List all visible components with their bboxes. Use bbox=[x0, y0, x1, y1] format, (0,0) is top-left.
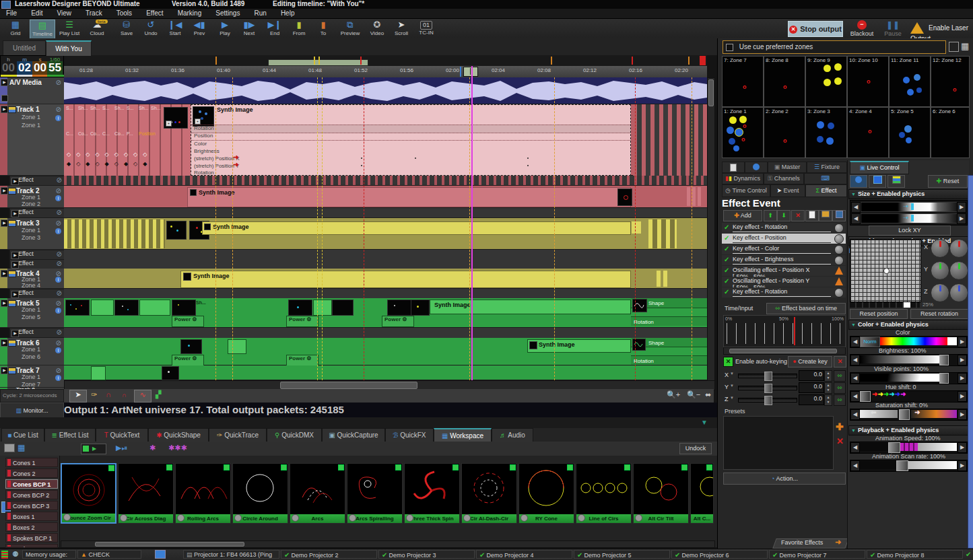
x-slider[interactable] bbox=[738, 374, 797, 378]
size-x-right-arrow[interactable]: ▶ bbox=[957, 202, 966, 213]
track2-content[interactable]: Synth Image bbox=[64, 186, 707, 208]
open-file-button[interactable] bbox=[819, 210, 832, 221]
effect-strip[interactable] bbox=[64, 208, 707, 218]
time-scale-scrollbar[interactable] bbox=[723, 347, 846, 355]
tab-with-you[interactable]: With You bbox=[46, 40, 92, 56]
play-cue-button[interactable]: ▶ bbox=[81, 444, 106, 454]
synth-image-clip[interactable]: Synth Image bbox=[180, 271, 631, 288]
brightness-slider[interactable]: ◀ ▶ bbox=[850, 354, 968, 366]
position-pad[interactable] bbox=[850, 239, 921, 302]
workspace-h-scrollbar[interactable] bbox=[61, 540, 715, 548]
tab-quickfx[interactable]: ℬ QuickFX bbox=[385, 428, 434, 442]
x-rotation-knob[interactable] bbox=[949, 239, 968, 258]
zone-cell-12[interactable]: 12: Zone 12o bbox=[931, 56, 970, 107]
undock-button[interactable]: Undock bbox=[679, 443, 712, 454]
expand-icon[interactable]: ▶ bbox=[1, 79, 8, 86]
tab-live-control[interactable]: ▣ Live Control bbox=[850, 161, 909, 174]
y-rotation-knob[interactable] bbox=[949, 261, 968, 280]
effect-row-header[interactable]: Effect⊘▶ bbox=[9, 259, 65, 269]
reset-position-button[interactable]: Reset position bbox=[850, 309, 908, 319]
small-magnet-icon[interactable]: ∩ bbox=[122, 392, 127, 398]
action-button[interactable]: ◔ Action... bbox=[723, 473, 846, 485]
power-effect[interactable]: Power ⚙ bbox=[286, 355, 318, 366]
tab-dynamics[interactable]: ▮▮ Dynamics bbox=[722, 173, 764, 184]
event-key-brightness[interactable]: ✓Key effect - Brightness bbox=[722, 255, 846, 265]
scrollbar-thumb[interactable] bbox=[280, 382, 417, 389]
size-x-left-arrow[interactable]: ◀ bbox=[851, 202, 861, 213]
effect-time-scale[interactable]: 0% 50% 100% bbox=[723, 315, 846, 347]
new-file-button[interactable] bbox=[805, 210, 819, 221]
menu-effect[interactable]: Effect bbox=[140, 9, 169, 18]
projector-5[interactable]: ✔Demo Projector 5 bbox=[574, 550, 670, 559]
tc-in-button[interactable]: 01TC-IN bbox=[415, 20, 438, 38]
collapse-arrow-icon[interactable]: ▼ bbox=[701, 419, 708, 426]
cue-bounce-zoom-cir[interactable]: Bounce Zoom Cir bbox=[61, 463, 116, 524]
delete-preset-icon[interactable]: ✕ bbox=[836, 436, 844, 446]
track3-bars[interactable] bbox=[64, 219, 165, 248]
page-cones-2[interactable]: Cones 2 bbox=[5, 468, 58, 478]
zone-cell-5[interactable]: 5: Zone 5 bbox=[889, 107, 931, 158]
lc-globe-button[interactable] bbox=[850, 175, 867, 188]
z-slider[interactable] bbox=[738, 398, 797, 403]
effect-row-header[interactable]: Effect⊘▶ bbox=[9, 250, 65, 260]
add-preset-icon[interactable]: ✚ bbox=[836, 421, 844, 432]
color-norm-handle[interactable]: Norm bbox=[860, 337, 880, 347]
stop-output-button[interactable]: ✕Stop output bbox=[788, 21, 843, 37]
monitor-icon[interactable] bbox=[155, 550, 166, 559]
size-x-slider[interactable]: ⇢ bbox=[861, 202, 958, 212]
playback-section-header[interactable]: ▼Playback + Enabled physics bbox=[848, 425, 969, 435]
zone-cell-1[interactable]: 1: Zone 1 oo bbox=[722, 107, 764, 158]
synth-image-clip-expanded[interactable]: + Synth Image Rotation Position Color Br… bbox=[191, 104, 631, 176]
zone-cell-11[interactable]: 11: Zone 11 bbox=[889, 56, 931, 107]
color-section-header[interactable]: ▼Color + Enabled physics bbox=[848, 320, 969, 330]
power-effect[interactable]: Power ⚙ bbox=[172, 355, 204, 366]
tab-quickcapture[interactable]: ▣ QuickCapture bbox=[322, 428, 385, 442]
clip-thumbnail[interactable] bbox=[632, 339, 646, 351]
projector-7[interactable]: ✔Demo Projector 7 bbox=[769, 550, 865, 559]
cue-circle-around[interactable]: Circle Around bbox=[232, 463, 288, 524]
move-up-button[interactable]: ⬆ bbox=[764, 210, 777, 221]
track3-right-bars[interactable] bbox=[648, 219, 677, 248]
zone-cell-8[interactable]: 8: Zone 8o bbox=[764, 56, 805, 107]
y-position-knob[interactable] bbox=[931, 261, 949, 280]
clip-thumbnail[interactable] bbox=[180, 339, 202, 354]
solo-toggle[interactable] bbox=[1, 95, 8, 102]
track4-content[interactable]: Synth Image bbox=[64, 269, 707, 289]
page-boxes-2[interactable]: Boxes 2 bbox=[5, 522, 58, 532]
video-button[interactable]: ✪Video bbox=[366, 20, 388, 38]
track3-content[interactable]: Synth Image bbox=[64, 218, 707, 250]
page-spokes[interactable]: Spokes ... bbox=[5, 544, 58, 548]
track1-content[interactable]: S... Sh... Sh... S... Sh... S... Sh... S… bbox=[64, 104, 707, 176]
cue-alt-c[interactable]: Alt C... bbox=[690, 463, 714, 524]
menu-edit[interactable]: Edit bbox=[25, 9, 48, 18]
zone-grid-icon[interactable]: ▦ bbox=[961, 41, 969, 51]
power-effect[interactable]: Power ⚙ bbox=[286, 316, 318, 327]
play-button[interactable]: ▶Play bbox=[214, 20, 236, 38]
save-file-button[interactable] bbox=[832, 210, 846, 221]
page-cones-bcp-1[interactable]: Cones BCP 1 bbox=[5, 479, 58, 489]
brightness-handle[interactable] bbox=[939, 355, 949, 365]
next-button[interactable]: ▮▶Next bbox=[238, 20, 260, 38]
tab-time-control[interactable]: ◷ Time Control bbox=[722, 184, 770, 197]
y-slider[interactable] bbox=[738, 386, 797, 390]
clip-thumbnail[interactable] bbox=[617, 188, 632, 206]
marker-strip[interactable] bbox=[64, 55, 707, 66]
page-cones-1[interactable]: Cones 1 bbox=[5, 458, 58, 467]
brush-tool-icon[interactable]: ✑ bbox=[91, 390, 97, 399]
projector-2[interactable]: ✔Demo Projector 2 bbox=[281, 550, 377, 559]
event-osc-position-y[interactable]: ✓Oscillating effect - Position Y [-50%..… bbox=[722, 277, 846, 287]
wave-tool[interactable]: ∿ bbox=[134, 390, 152, 403]
z-value[interactable]: 0.0 bbox=[799, 394, 824, 405]
tab-workspace[interactable]: ▦ Workspace bbox=[434, 428, 492, 443]
cue-rolling-arcs[interactable]: Rolling Arcs bbox=[175, 463, 231, 524]
timeline-ruler[interactable]: 01:28 01:32 01:36 01:40 01:44 01:48 01:5… bbox=[64, 66, 707, 78]
reset-rotation-button[interactable]: Reset rotation bbox=[910, 309, 968, 319]
saturation-handle[interactable] bbox=[899, 409, 910, 420]
panel-scrollbar[interactable] bbox=[968, 175, 973, 549]
clip-thumbnail[interactable] bbox=[65, 300, 90, 316]
size-y-left-arrow[interactable]: ◀ bbox=[851, 213, 861, 224]
effect-row-header[interactable]: Effect⊘▶ bbox=[9, 176, 65, 186]
x-value[interactable]: 0.0 bbox=[799, 370, 824, 381]
animation-scan-handle[interactable] bbox=[896, 460, 908, 471]
playhead-line[interactable] bbox=[471, 66, 473, 380]
